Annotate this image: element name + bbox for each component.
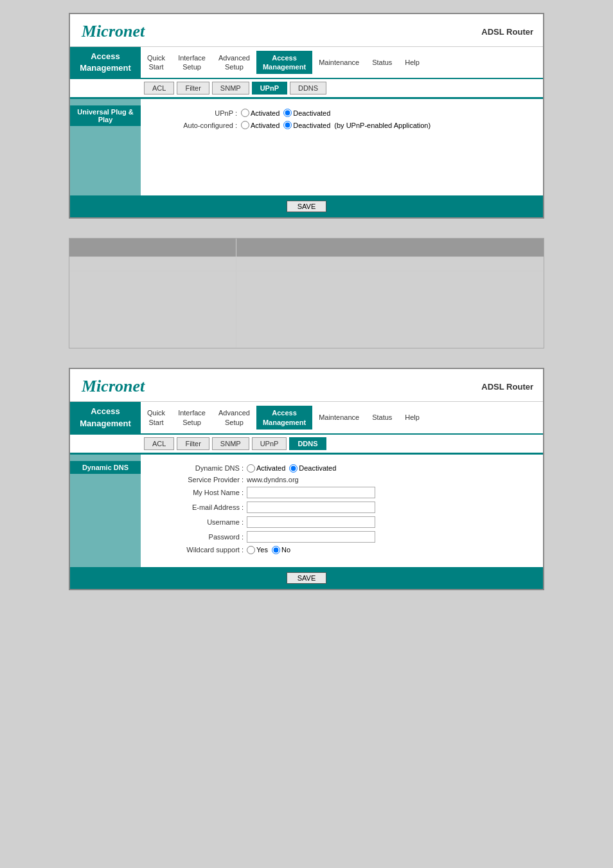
footer-bar-upnp: SAVE [70,195,543,217]
sub-nav-upnp: ACL Filter SNMP UPnP DDNS [70,79,543,99]
router-panel-upnp: Micronet ADSL Router Access Management Q… [69,13,544,219]
host-name-row: My Host Name : [154,487,530,498]
auto-deactivated-option[interactable]: Deactivated [283,121,330,129]
empty-table [69,238,544,348]
content-area-upnp: Universal Plug & Play UPnP : Activated D… [70,99,543,195]
auto-config-label: Auto-configured : [154,122,237,129]
password-input[interactable] [247,531,375,543]
wildcard-yes-radio[interactable] [247,546,255,554]
email-label: E-mail Address : [154,503,244,511]
nav-items-ddns: QuickStart InterfaceSetup AdvancedSetup … [141,402,543,433]
nav-access-management-ddns[interactable]: AccessManagement [256,406,312,429]
nav-quick-start[interactable]: QuickStart [141,51,172,75]
ddns-activated-radio[interactable] [247,464,255,473]
auto-config-note: (by UPnP-enabled Application) [334,122,431,129]
ddns-deactivated-radio[interactable] [289,464,298,473]
router-header-ddns: Micronet ADSL Router [70,369,543,402]
host-name-input[interactable] [247,487,375,498]
wildcard-yes-option[interactable]: Yes [247,546,268,554]
ddns-toggle-row: Dynamic DNS : Activated Deactivated [154,464,530,473]
sub-tab-filter[interactable]: Filter [177,82,209,95]
nav-status[interactable]: Status [366,55,398,69]
auto-activated-radio[interactable] [241,121,249,129]
brand-logo: Micronet [76,19,150,44]
wildcard-radio-group: Yes No [247,546,290,554]
router-header: Micronet ADSL Router [70,14,543,47]
email-input[interactable] [247,502,375,513]
empty-table-header [69,239,544,257]
wildcard-label: Wildcard support : [154,546,244,554]
sub-tab-ddns[interactable]: DDNS [290,82,326,95]
email-row: E-mail Address : [154,502,530,513]
upnp-deactivated-option[interactable]: Deactivated [283,109,330,117]
nav-advanced-setup[interactable]: AdvancedSetup [212,51,256,75]
nav-status-ddns[interactable]: Status [366,410,398,424]
product-label: ADSL Router [481,27,537,37]
nav-access-management[interactable]: AccessManagement [256,51,312,75]
nav-help-ddns[interactable]: Help [398,410,426,424]
sub-nav-tabs-ddns: ACL Filter SNMP UPnP DDNS [141,435,330,453]
empty-col2-header [236,239,544,257]
ddns-deactivated-option[interactable]: Deactivated [289,464,336,473]
auto-config-row: Auto-configured : Activated Deactivated … [154,121,530,129]
username-input[interactable] [247,516,375,528]
host-name-label: My Host Name : [154,489,244,496]
content-sidebar-upnp: Universal Plug & Play [70,99,141,195]
upnp-activated-radio[interactable] [241,109,249,117]
sub-tab-filter-ddns[interactable]: Filter [177,437,209,450]
sub-tab-acl[interactable]: ACL [144,82,174,95]
save-button-ddns[interactable]: SAVE [287,572,327,584]
auto-config-radio-group: Activated Deactivated (by UPnP-enabled A… [241,121,431,129]
empty-row1-col1 [69,257,236,271]
service-provider-label: Service Provider : [154,476,244,484]
brand-logo-ddns: Micronet [76,374,150,399]
service-provider-value: www.dyndns.org [247,476,299,484]
footer-bar-ddns: SAVE [70,567,543,589]
nav-interface-setup[interactable]: InterfaceSetup [172,51,212,75]
nav-sidebar-ddns: Access Management [70,402,141,433]
upnp-activated-option[interactable]: Activated [241,109,280,117]
sub-tab-snmp[interactable]: SNMP [212,82,249,95]
password-label: Password : [154,533,244,541]
empty-table-row1 [69,257,544,271]
router-panel-ddns: Micronet ADSL Router Access Management Q… [69,368,544,590]
sub-nav-ddns: ACL Filter SNMP UPnP DDNS [70,435,543,455]
content-main-upnp: UPnP : Activated Deactivated Au [141,99,543,195]
sub-tab-upnp-ddns[interactable]: UPnP [252,437,287,450]
sidebar-ddns-label[interactable]: Dynamic DNS [70,461,141,474]
upnp-row: UPnP : Activated Deactivated [154,109,530,117]
sub-tab-upnp[interactable]: UPnP [252,82,287,95]
nav-advanced-setup-ddns[interactable]: AdvancedSetup [212,406,256,429]
ddns-activated-option[interactable]: Activated [247,464,285,473]
sidebar-upnp-label[interactable]: Universal Plug & Play [70,105,141,126]
nav-sidebar-access: Access Management [70,47,141,78]
empty-col1-header [69,239,236,257]
sub-tab-ddns-active[interactable]: DDNS [289,437,326,450]
content-main-ddns: Dynamic DNS : Activated Deactivated [141,455,543,567]
sub-tab-snmp-ddns[interactable]: SNMP [212,437,249,450]
nav-interface-setup-ddns[interactable]: InterfaceSetup [172,406,212,429]
upnp-deactivated-radio[interactable] [283,109,292,117]
empty-body-col1 [69,271,236,348]
service-provider-row: Service Provider : www.dyndns.org [154,476,530,484]
nav-help[interactable]: Help [398,55,426,69]
nav-maintenance-ddns[interactable]: Maintenance [312,410,366,424]
nav-items: QuickStart InterfaceSetup AdvancedSetup … [141,47,543,78]
sub-nav-tabs: ACL Filter SNMP UPnP DDNS [141,79,330,97]
upnp-label: UPnP : [154,109,237,117]
nav-quick-start-ddns[interactable]: QuickStart [141,406,172,429]
username-row: Username : [154,516,530,528]
save-button-upnp[interactable]: SAVE [287,201,327,212]
auto-activated-option[interactable]: Activated [241,121,280,129]
password-row: Password : [154,531,530,543]
main-nav-ddns: Access Management QuickStart InterfaceSe… [70,402,543,434]
wildcard-no-option[interactable]: No [272,546,290,554]
wildcard-no-radio[interactable] [272,546,280,554]
sub-tab-acl-ddns[interactable]: ACL [144,437,174,450]
product-label-ddns: ADSL Router [481,382,537,392]
nav-maintenance[interactable]: Maintenance [312,55,366,69]
wildcard-row: Wildcard support : Yes No [154,546,530,554]
auto-deactivated-radio[interactable] [283,121,292,129]
main-nav: Access Management QuickStart InterfaceSe… [70,47,543,79]
content-sidebar-ddns: Dynamic DNS [70,455,141,567]
